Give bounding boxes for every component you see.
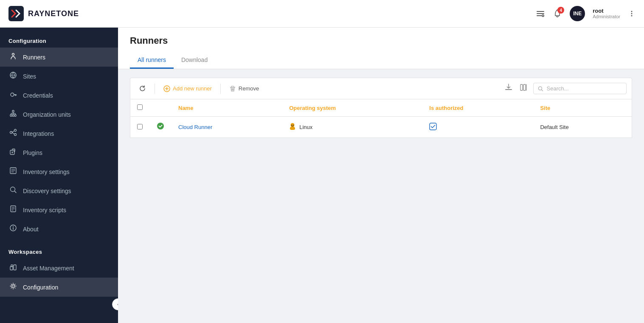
svg-point-63 [157,123,164,129]
remove-label: Remove [239,85,259,92]
svg-point-25 [10,132,12,134]
row-status-cell [149,117,172,138]
row-checkbox[interactable] [137,124,143,129]
svg-rect-46 [10,267,13,270]
header-status-col [149,99,172,117]
sidebar-item-about[interactable]: About [0,219,118,239]
row-authorized-cell [422,117,533,138]
svg-point-65 [293,125,294,126]
refresh-button[interactable] [135,83,149,94]
search-box[interactable] [533,83,627,94]
sidebar-item-label-inventory-scripts: Inventory scripts [23,207,66,213]
sidebar-item-integrations[interactable]: Integrations [0,124,118,143]
user-role: Administrator [593,14,620,20]
page-header: Runners All runnersDownload [118,28,644,69]
export-icon [504,83,513,92]
table-header-row: Name Operating system Is authorized Site [130,99,632,117]
organization-units-icon [8,110,18,119]
sidebar-item-asset-management[interactable]: Asset Management [0,258,118,278]
tab-all-runners[interactable]: All runners [130,52,174,69]
sidebar-item-inventory-scripts[interactable]: Inventory scripts [0,200,118,219]
sidebar-item-label-configuration-ws: Configuration [23,284,58,291]
avatar: INE [570,6,585,21]
svg-point-45 [13,226,14,227]
sidebar-item-label-plugins: Plugins [23,149,42,156]
refresh-icon [139,85,146,92]
user-info: root Administrator [593,8,620,20]
table-row: Cloud Runner Linux Defaul [130,117,632,138]
table-toolbar: Add new runner Remove [130,78,632,99]
sidebar-item-inventory-settings[interactable]: Inventory settings [0,162,118,181]
table-area: Add new runner Remove [118,69,644,323]
sidebar-item-runners[interactable]: Runners [0,48,118,67]
svg-rect-47 [14,265,16,270]
sites-icon [8,71,18,81]
header-checkbox-col [130,99,150,117]
configuration-ws-icon [8,282,18,292]
svg-line-38 [15,191,17,193]
header-site: Site [533,99,632,117]
sidebar-item-label-integrations: Integrations [23,130,54,137]
tab-download[interactable]: Download [174,52,215,69]
sidebar-item-label-about: About [23,226,39,233]
sidebar-item-sites[interactable]: Sites [0,67,118,86]
svg-rect-48 [11,265,13,267]
header-os: Operating system [282,99,422,117]
sidebar: Configuration RunnersSitesCredentialsOrg… [0,28,118,323]
svg-rect-1 [537,11,544,12]
svg-rect-3 [537,15,542,16]
toolbar-separator-1 [155,84,155,94]
sidebar-collapse-button[interactable]: ‹ [112,298,118,310]
add-icon [163,85,170,92]
credentials-icon [8,90,18,100]
content-area: Runners All runnersDownload [118,28,644,323]
sidebar-item-organization-units[interactable]: Organization units [0,105,118,124]
svg-line-29 [12,132,14,134]
notifications-button[interactable]: 4 [553,9,562,18]
sidebar-item-label-inventory-settings: Inventory settings [23,169,70,175]
inventory-settings-icon [8,167,18,177]
plugins-icon [8,148,18,157]
search-input[interactable] [547,85,622,92]
svg-point-10 [12,53,14,56]
notification-count: 4 [557,7,564,14]
export-button[interactable] [503,81,515,95]
asset-management-icon [8,263,18,273]
sidebar-workspaces: Asset ManagementConfiguration [0,258,118,297]
select-all-checkbox[interactable] [137,104,143,110]
header-authorized: Is authorized [422,99,533,117]
about-icon [8,224,18,234]
add-runner-button[interactable]: Add new runner [160,83,215,94]
svg-point-26 [14,129,17,132]
row-os-cell: Linux [282,117,422,138]
remove-button[interactable]: Remove [226,83,262,94]
header-actions: 4 INE root Administrator [536,6,636,21]
row-name-cell: Cloud Runner [172,117,282,138]
table-body: Cloud Runner Linux Defaul [130,117,632,138]
more-options-button[interactable] [628,10,636,17]
sidebar-item-plugins[interactable]: Plugins [0,143,118,162]
logo-icon [8,6,24,21]
svg-rect-58 [520,84,523,90]
svg-point-27 [14,134,17,136]
top-header: RAYNETONE 4 INE root Administrator [0,0,644,28]
linux-icon [289,123,296,132]
sidebar-item-credentials[interactable]: Credentials [0,86,118,105]
inventory-scripts-icon [8,205,18,215]
sidebar-item-label-asset-management: Asset Management [23,265,74,272]
svg-point-37 [11,187,15,192]
user-name: root [593,8,620,14]
runners-table: Name Operating system Is authorized Site [130,99,632,138]
columns-toggle-button[interactable] [518,81,530,95]
sidebar-item-discovery-settings[interactable]: Discovery settings [0,181,118,200]
logo-area: RAYNETONE [8,6,536,21]
sidebar-item-label-sites: Sites [23,73,36,80]
os-name: Linux [299,124,312,130]
menu-icon-button[interactable] [536,9,545,18]
runner-name-link[interactable]: Cloud Runner [178,124,212,130]
toolbar-separator-2 [220,84,221,94]
logo-text: RAYNETONE [28,9,79,18]
sidebar-item-configuration-ws[interactable]: Configuration [0,278,118,297]
header-name: Name [172,99,282,117]
svg-point-8 [631,13,633,14]
